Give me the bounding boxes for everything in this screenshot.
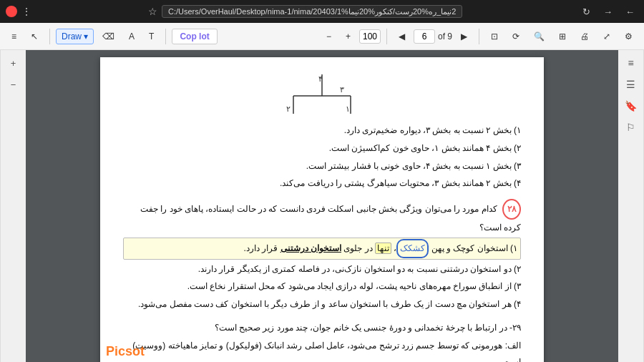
total-pages: of 9 <box>438 31 452 41</box>
title-bar-left: ← → ↻ <box>579 5 638 19</box>
forward-button[interactable]: → <box>600 5 616 19</box>
reload-button[interactable]: ↻ <box>579 5 594 19</box>
back-button[interactable]: ← <box>622 5 638 19</box>
zoom-in-panel-button[interactable]: + <box>5 54 22 72</box>
right-panel: + − <box>0 50 26 362</box>
q28-opt1: ۱) استخوان کوچک و پهن کشکک، تنها در جلوی… <box>123 238 521 260</box>
highlighted-text: تنها <box>375 243 391 254</box>
q28-stem: ۲۸ کدام مورد را می‌توان ویژگی بخش جانبی … <box>123 199 521 236</box>
zoom-input[interactable] <box>359 29 381 44</box>
q28-opt4: ۴) هر استخوان مچ دست از یک طرف با استخوا… <box>123 296 521 313</box>
watermark: Picsot <box>106 344 145 359</box>
q28-num: ۲۸ <box>502 199 521 220</box>
separator-1 <box>49 29 50 44</box>
question-list: ۱) بخش ۲ نسبت به بخش ۳، دیواره ضخیم‌تری … <box>123 122 521 192</box>
sidebar-comment-icon[interactable]: ⚐ <box>623 119 640 136</box>
prev-page-button[interactable]: ◀ <box>393 29 411 44</box>
title-bar-center: ☆ <box>31 5 579 18</box>
highlight-button[interactable]: A <box>123 29 140 44</box>
title-bar: ← → ↻ ☆ ⋮ <box>0 0 644 23</box>
q29-stem: ۲۹- در ارتباط با چرخهٔ تخمدانی و دورهٔ ج… <box>123 320 521 336</box>
separator-4 <box>479 29 479 44</box>
q1: ۱) بخش ۲ نسبت به بخش ۳، دیواره ضخیم‌تری … <box>123 122 521 139</box>
title-bar-right: ⋮ <box>6 6 31 17</box>
question-29: ۲۹- در ارتباط با چرخهٔ تخمدانی و دورهٔ ج… <box>123 320 521 362</box>
q28-opt2: ۲) دو استخوان درشتنی نسبت به دو استخوان … <box>123 261 521 278</box>
page-nav: − + ◀ of 9 ▶ ⊡ ⟳ 🔍 ⊞ 🖨 ⤢ ⚙ <box>321 29 638 44</box>
zoom-fit-button[interactable]: ⤢ <box>597 29 616 44</box>
menu-button[interactable]: ≡ <box>6 29 22 44</box>
top-diagram: ۴ ۳ ۲ ۱ <box>123 74 521 114</box>
rotate-button[interactable]: ⟳ <box>507 29 525 44</box>
q2: ۲) بخش ۴ همانند بخش ۱، حاوی خون کم‌اکسیژ… <box>123 140 521 157</box>
svg-text:۱: ۱ <box>346 104 350 113</box>
pdf-area[interactable]: ۴ ۳ ۲ ۱ ۱) بخش ۲ نسبت به بخش ۳، دیواره ض… <box>26 50 618 362</box>
search-button[interactable]: 🔍 <box>528 29 550 44</box>
fit-button[interactable]: ⊡ <box>485 29 504 44</box>
left-panel: ≡ ☰ 🔖 ⚐ <box>618 50 644 362</box>
page-number-input[interactable] <box>414 29 435 44</box>
svg-text:۴: ۴ <box>318 74 323 83</box>
svg-text:۲: ۲ <box>286 104 291 113</box>
star-icon[interactable]: ☆ <box>148 6 157 17</box>
circled-kashkak: کشکک <box>396 239 429 258</box>
zoom-out-button[interactable]: − <box>321 29 337 44</box>
zoom-in-button[interactable]: + <box>340 29 356 44</box>
extensions-icon[interactable]: ⋮ <box>21 6 31 17</box>
q4: ۴) بخش ۲ همانند بخش ۳، محتویات سیاهرگ پش… <box>123 175 521 192</box>
text-button[interactable]: T <box>143 29 160 44</box>
draw-dropdown-icon: ▾ <box>84 31 88 41</box>
separator-3 <box>386 29 387 44</box>
ask-copilot-button[interactable]: Cop lot <box>172 29 217 44</box>
draw-button[interactable]: Draw ▾ <box>56 29 94 44</box>
q29-alpha: الف: هورمونی که توسط جسم زرد ترشح می‌شود… <box>123 338 521 362</box>
draw-label: Draw <box>62 31 82 41</box>
svg-text:۳: ۳ <box>340 85 344 94</box>
copilot-logo: Cop lot <box>180 31 209 41</box>
question-28: ۲۸ کدام مورد را می‌توان ویژگی بخش جانبی … <box>123 199 521 313</box>
q3: ۳) بخش ۱ نسبت به بخش ۴، حاوی خونی با فشا… <box>123 158 521 175</box>
bold-underline-text: استخوان درشتنی <box>280 243 341 253</box>
zoom-out-panel-button[interactable]: − <box>5 76 22 93</box>
next-page-button[interactable]: ▶ <box>455 29 473 44</box>
cursor-button[interactable]: ↖ <box>25 29 44 44</box>
profile-icon[interactable] <box>6 6 17 17</box>
print-button[interactable]: 🖨 <box>575 29 595 44</box>
main-area: ≡ ☰ 🔖 ⚐ ۴ ۳ ۲ <box>0 50 644 362</box>
separator-2 <box>165 29 166 44</box>
q28-opt3: ۳) از انطباق سوراخ مهره‌های ناحیه پشت، ل… <box>123 278 521 295</box>
pdf-page: ۴ ۳ ۲ ۱ ۱) بخش ۲ نسبت به بخش ۳، دیواره ض… <box>100 57 544 362</box>
sidebar-menu-icon[interactable]: ≡ <box>623 54 640 72</box>
eraser-button[interactable]: ⌫ <box>97 29 120 44</box>
address-bar[interactable] <box>162 5 462 18</box>
sidebar-bookmark-icon[interactable]: 🔖 <box>623 97 640 114</box>
view-button[interactable]: ⊞ <box>553 29 572 44</box>
sidebar-list-icon[interactable]: ☰ <box>623 76 640 93</box>
settings-button[interactable]: ⚙ <box>619 29 638 44</box>
diagram-svg: ۴ ۳ ۲ ۱ <box>265 74 379 114</box>
toolbar: ≡ ↖ Draw ▾ ⌫ A T Cop lot − + ◀ of 9 ▶ ⊡ … <box>0 23 644 50</box>
